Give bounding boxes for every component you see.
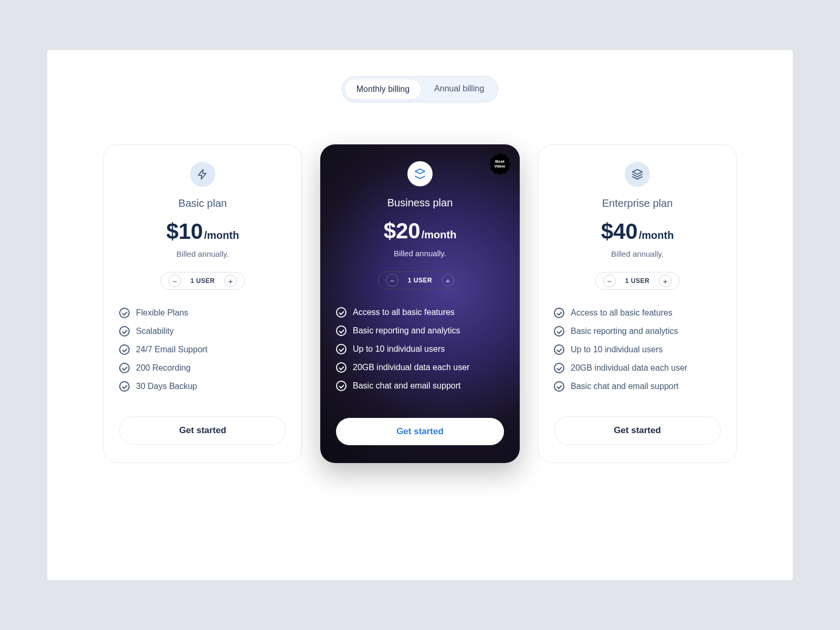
check-icon (554, 381, 564, 392)
plan-price-unit: /month (422, 229, 457, 240)
decrement-button[interactable]: − (169, 275, 181, 287)
check-icon (554, 308, 564, 318)
list-item: Flexible Plans (119, 308, 286, 318)
plan-billed: Billed annually. (554, 249, 721, 258)
plan-billed: Billed annually. (119, 249, 286, 258)
increment-button[interactable]: + (659, 275, 671, 287)
plan-price: $20 (384, 218, 421, 243)
list-item: Scalability (119, 326, 286, 337)
list-item: Basic reporting and analytics (554, 326, 721, 337)
check-icon (336, 344, 346, 354)
check-icon (119, 344, 130, 355)
user-count: 1 USER (625, 277, 649, 285)
check-icon (554, 344, 564, 355)
get-started-button[interactable]: Get started (554, 416, 721, 445)
list-item: Basic chat and email support (554, 381, 721, 392)
list-item: Basic chat and email support (336, 381, 504, 391)
list-item: Access to all basic features (336, 307, 504, 318)
plan-price: $10 (166, 219, 203, 244)
stack-icon (625, 162, 650, 187)
layers-icon (407, 161, 433, 186)
check-icon (336, 307, 346, 318)
check-icon (336, 362, 346, 373)
check-icon (336, 326, 346, 336)
billing-toggle: Monthly billing Annual billing (342, 76, 499, 102)
get-started-button[interactable]: Get started (336, 418, 504, 445)
get-started-button[interactable]: Get started (119, 416, 286, 445)
plan-name: Business plan (336, 197, 504, 209)
user-count: 1 USER (191, 277, 215, 285)
list-item: Up to 10 individual users (336, 344, 504, 354)
check-icon (119, 363, 130, 373)
plan-card-basic: Basic plan $10/month Billed annually. − … (103, 144, 302, 463)
plan-billed: Billed annually. (336, 249, 504, 258)
list-item: Access to all basic features (554, 308, 721, 318)
plan-name: Enterprise plan (554, 197, 721, 209)
decrement-button[interactable]: − (386, 274, 398, 287)
best-value-badge: BestValue (488, 153, 511, 176)
plan-price-unit: /month (204, 229, 239, 241)
user-count: 1 USER (408, 277, 432, 284)
plan-card-enterprise: Enterprise plan $40/month Billed annuall… (538, 144, 737, 463)
plan-name: Basic plan (119, 197, 286, 209)
user-stepper: − 1 USER + (161, 272, 245, 290)
increment-button[interactable]: + (442, 274, 454, 287)
list-item: 200 Recording (119, 363, 286, 373)
list-item: 20GB individual data each user (554, 363, 721, 373)
list-item: Basic reporting and analytics (336, 326, 504, 336)
list-item: 20GB individual data each user (336, 362, 504, 373)
tab-annual[interactable]: Annual billing (423, 79, 496, 100)
check-icon (336, 381, 346, 391)
plan-price: $40 (601, 219, 638, 244)
check-icon (119, 326, 130, 337)
increment-button[interactable]: + (224, 275, 237, 287)
tab-monthly[interactable]: Monthly billing (344, 79, 422, 100)
check-icon (554, 326, 564, 337)
list-item: 24/7 Email Support (119, 344, 286, 355)
plan-price-unit: /month (639, 229, 674, 241)
list-item: 30 Days Backup (119, 381, 286, 392)
list-item: Up to 10 individual users (554, 344, 721, 355)
bolt-icon (190, 162, 215, 187)
plan-card-business: BestValue Business plan $20/month Billed… (320, 144, 520, 463)
user-stepper: − 1 USER + (595, 272, 679, 290)
check-icon (119, 308, 130, 318)
decrement-button[interactable]: − (603, 275, 616, 287)
check-icon (119, 381, 130, 392)
user-stepper: − 1 USER + (378, 271, 462, 289)
check-icon (554, 363, 564, 373)
